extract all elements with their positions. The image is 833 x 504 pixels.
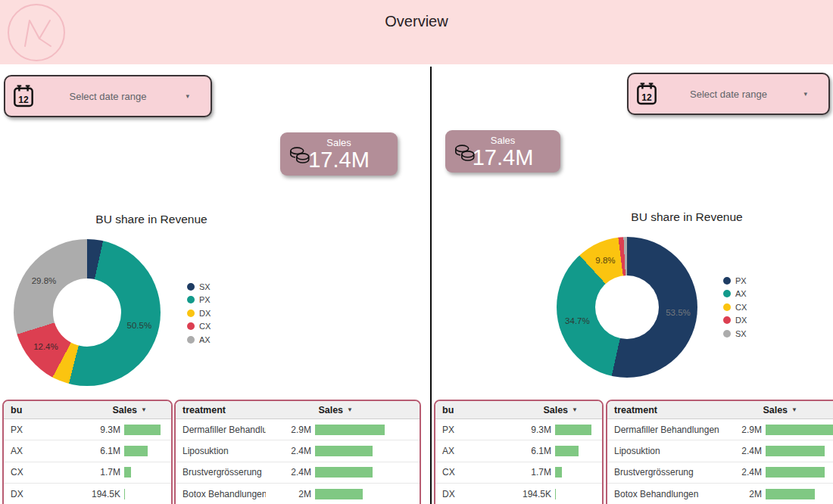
table-row: DX194.5K [4,484,171,504]
legend-label: SX [199,282,211,291]
bar-track [124,425,161,435]
row-value: 1.7M [60,467,120,478]
sort-caret-icon: ▼ [141,406,147,413]
row-label: Brustvergrösserung [176,467,266,478]
row-value: 2M [266,489,311,499]
bar-track [766,489,833,499]
legend-swatch-icon [723,330,731,338]
value-bar [555,425,591,435]
legend-item: CX [723,300,747,314]
table-row: PX9.3M [4,419,171,440]
column-header-dimension[interactable]: bu [4,405,112,415]
sales-scorecard-left: Sales 17.4M [280,132,398,176]
column-header-dimension[interactable]: treatment [607,405,763,415]
row-value: 2.4M [719,467,762,478]
legend-label: CX [199,322,211,331]
value-bar [315,467,373,478]
bu-sales-table-right[interactable]: buSales▼PX9.3MAX6.1MCX1.7MDX194.5K [434,400,604,504]
row-label: Dermafiller Behandlungen [607,425,719,435]
treatment-sales-table-left[interactable]: treatmentSales▼Dermafiller Behandlungen2… [174,400,421,504]
chart-title-right: BU share in Revenue [573,210,800,224]
coins-icon [289,145,311,164]
date-range-picker-right[interactable]: 12 Select date range ▾ [627,73,830,115]
chart-legend-right: PXAXCXDXSX [723,274,747,341]
legend-label: DX [199,309,211,318]
row-value: 194.5K [491,489,551,499]
donut-slice-label: 50.5% [127,321,152,330]
legend-label: PX [199,295,211,304]
dashboard-page: Overview 12 Select date range ▾ 12 Selec… [0,0,833,504]
column-header-dimension[interactable]: bu [435,405,543,415]
row-label: Botox Behandlungen [176,489,266,499]
sort-caret-icon: ▼ [791,406,797,413]
date-range-picker-left[interactable]: 12 Select date range ▾ [4,75,212,117]
row-value: 2.9M [266,425,311,435]
table-row: Botox Behandlungen2M [607,484,833,504]
column-header-label: Sales [318,405,343,415]
table-row: Liposuktion2.4M [607,440,833,462]
legend-label: AX [735,289,747,298]
row-label: DX [435,489,491,499]
column-header-label: Sales [763,405,788,415]
legend-item: PX [187,294,211,307]
bar-track [124,446,161,456]
svg-text:12: 12 [18,95,29,105]
value-bar [315,489,363,499]
column-header-label: Sales [543,405,568,415]
bar-track [766,446,833,456]
header: Overview [0,0,833,64]
row-value: 6.1M [491,446,551,456]
legend-swatch-icon [187,283,195,291]
column-header-label: Sales [112,405,137,415]
column-header-sales[interactable]: Sales▼ [318,405,420,415]
calendar-icon: 12 [636,82,657,106]
donut-slice-label: 29.8% [32,276,57,285]
legend-label: DX [735,316,747,325]
legend-swatch-icon [723,277,731,285]
legend-item: AX [187,333,211,347]
table-header-row: buSales▼ [435,401,602,419]
row-label: CX [435,467,491,478]
donut-slice-label: 9.8% [595,256,615,265]
table-row: Dermafiller Behandlungen2.9M [176,419,420,440]
row-label: PX [4,425,60,435]
bar-track [555,425,591,435]
table-row: DX194.5K [435,484,602,504]
bar-track [555,489,591,499]
value-bar [766,489,815,499]
treatment-sales-table-right[interactable]: treatmentSales▼Dermafiller Behandlungen2… [606,400,833,504]
value-bar [124,425,161,435]
coins-icon [454,143,476,162]
value-bar [555,467,562,478]
row-label: Botox Behandlungen [607,489,719,499]
column-header-sales[interactable]: Sales▼ [763,405,833,415]
donut-slice-label: 53.5% [666,308,691,317]
bu-sales-table-left[interactable]: buSales▼PX9.3MAX6.1MCX1.7MDX194.5K [2,400,173,504]
bar-track [555,467,591,478]
table-row: AX6.1M [4,440,171,462]
row-label: AX [435,446,491,456]
column-header-sales[interactable]: Sales▼ [112,405,171,415]
table-row: AX6.1M [435,440,602,462]
table-row: Liposuktion2.4M [176,440,420,462]
panel-divider [430,67,432,504]
legend-swatch-icon [187,322,195,330]
column-header-dimension[interactable]: treatment [176,405,318,415]
row-value: 1.7M [491,467,551,478]
legend-swatch-icon [187,296,195,303]
value-bar [124,489,125,499]
row-value: 2.4M [266,446,311,456]
chevron-down-icon: ▾ [803,90,807,98]
bar-track [124,467,161,478]
row-label: Dermafiller Behandlungen [176,425,266,435]
value-bar [124,446,148,456]
bar-track [124,489,161,499]
value-bar [555,489,556,499]
date-range-label: Select date range [5,91,211,102]
column-header-sales[interactable]: Sales▼ [543,405,602,415]
sales-scorecard-right: Sales 17.4M [445,130,560,173]
row-value: 9.3M [491,425,551,435]
legend-item: SX [187,280,211,294]
donut-chart-right: 53.5%34.7%9.8% [557,237,697,378]
legend-item: SX [723,327,747,341]
